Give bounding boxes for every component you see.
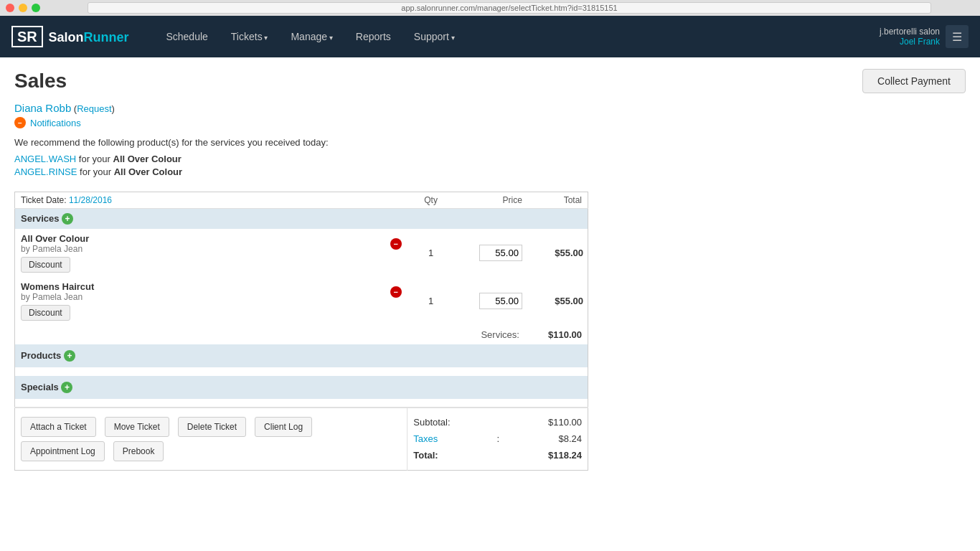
rec-service-1: All Over Colour <box>114 166 182 177</box>
taxes-row: Taxes : $8.24 <box>413 430 582 447</box>
specials-section-header: Specials + <box>15 376 588 399</box>
services-subtotal-value: $110.00 <box>525 325 588 344</box>
page-title-row: Sales Collect Payment <box>14 69 966 93</box>
client-name-link[interactable]: Diana Robb <box>14 102 71 114</box>
appointment-log-btn[interactable]: Appointment Log <box>21 441 105 461</box>
ticket-actions: Attach a Ticket Move Ticket Delete Ticke… <box>21 417 401 461</box>
specials-add-icon[interactable]: + <box>61 382 72 393</box>
products-add-icon[interactable]: + <box>64 350 75 362</box>
recommendation-item-0: ANGEL.WASH for your All Over Colour <box>14 154 966 164</box>
prebook-btn[interactable]: Prebook <box>113 441 164 461</box>
products-spacer <box>15 367 588 376</box>
nav-support[interactable]: Support <box>405 25 463 48</box>
nav-user: j.bertorelli salon Joel Frank <box>880 27 940 47</box>
delete-ticket-btn[interactable]: Delete Ticket <box>178 417 246 437</box>
nav-user-name: Joel Frank <box>880 37 940 47</box>
service-info-1: Womens Haircut by Pamela Jean <box>21 281 94 302</box>
client-request-link[interactable]: Request <box>77 103 111 114</box>
recommendation-item-1: ANGEL.RINSE for your All Over Colour <box>14 166 966 177</box>
subtotal-value: $110.00 <box>548 417 582 428</box>
notifications-row: − Notifications <box>14 117 966 128</box>
specials-spacer-row <box>15 399 588 408</box>
service-by-0: by Pamela Jean <box>21 244 89 254</box>
specials-label: Specials <box>21 382 59 392</box>
notifications-link[interactable]: Notifications <box>30 118 81 128</box>
service-total-1: $55.00 <box>525 277 588 325</box>
service-qty-0: 1 <box>407 229 455 277</box>
taxes-value: $8.24 <box>558 433 582 444</box>
nav-tickets[interactable]: Tickets <box>222 25 277 48</box>
client-log-btn[interactable]: Client Log <box>255 417 312 437</box>
services-header-cell: Services + <box>15 209 588 230</box>
service-qty-1: 1 <box>407 277 455 325</box>
nav-manage[interactable]: Manage <box>282 25 341 48</box>
service-info-0: All Over Colour by Pamela Jean <box>21 233 89 254</box>
service-price-input-0[interactable] <box>479 245 522 261</box>
service-name-cell-1: Womens Haircut by Pamela Jean − Discount <box>15 277 407 325</box>
os-bar: app.salonrunner.com/manager/selectTicket… <box>0 0 980 16</box>
col-total-header: Total <box>525 192 588 209</box>
address-bar[interactable]: app.salonrunner.com/manager/selectTicket… <box>88 2 931 14</box>
ticket-date-value[interactable]: 11/28/2016 <box>69 195 112 205</box>
os-minimize-btn[interactable] <box>19 4 27 12</box>
service-price-cell-1[interactable] <box>454 277 525 325</box>
service-discount-btn-1[interactable]: Discount <box>21 305 70 321</box>
service-row-1: Womens Haircut by Pamela Jean − Discount… <box>15 277 588 325</box>
bottom-row: Attach a Ticket Move Ticket Delete Ticke… <box>15 408 588 471</box>
col-qty-header: Qty <box>407 192 455 209</box>
service-row-0: All Over Colour by Pamela Jean − Discoun… <box>15 229 588 277</box>
client-row: Diana Robb (Request) <box>14 102 966 114</box>
ticket-date-cell: Ticket Date: 11/28/2016 <box>15 192 407 209</box>
notifications-icon: − <box>14 117 26 128</box>
ticket-actions-cell: Attach a Ticket Move Ticket Delete Ticke… <box>15 408 407 471</box>
total-row: Total: $118.24 <box>413 447 582 463</box>
nav-links: Schedule Tickets Manage Reports Support <box>157 25 880 48</box>
nav-reports[interactable]: Reports <box>347 25 400 48</box>
nav-bar: SR SalonRunner Schedule Tickets Manage R… <box>0 16 980 57</box>
taxes-link[interactable]: Taxes <box>413 433 438 444</box>
product-link-1[interactable]: ANGEL.RINSE <box>14 166 77 177</box>
service-name-0: All Over Colour <box>21 233 89 244</box>
ticket-table: Ticket Date: 11/28/2016 Qty Price Total … <box>14 192 588 471</box>
service-price-input-1[interactable] <box>479 293 522 309</box>
recommendation-intro: We recommend the following product(s) fo… <box>14 137 966 148</box>
col-price-header: Price <box>454 192 525 209</box>
service-name-cell-0: All Over Colour by Pamela Jean − Discoun… <box>15 229 407 277</box>
service-remove-icon-1[interactable]: − <box>390 286 402 298</box>
rec-for-1: for your <box>80 166 114 177</box>
total-label: Total: <box>413 450 438 461</box>
move-ticket-btn[interactable]: Move Ticket <box>105 417 169 437</box>
rec-service-0: All Over Colour <box>113 154 182 164</box>
logo[interactable]: SR SalonRunner <box>11 29 128 45</box>
services-section-header: Services + <box>15 209 588 230</box>
product-link-0[interactable]: ANGEL.WASH <box>14 154 76 164</box>
os-maximize-btn[interactable] <box>32 4 40 12</box>
totals-cell: Subtotal: $110.00 Taxes : $8.24 Total: $… <box>407 408 588 471</box>
ticket-date-label: Ticket Date: <box>21 195 67 205</box>
services-subtotal-label: Services: <box>15 325 525 344</box>
specials-spacer <box>15 399 588 408</box>
main-content: Sales Collect Payment Diana Robb (Reques… <box>0 57 980 482</box>
service-remove-icon-0[interactable]: − <box>390 238 402 250</box>
specials-header-cell: Specials + <box>15 376 588 399</box>
logo-sr: SR <box>11 26 43 47</box>
attach-ticket-btn[interactable]: Attach a Ticket <box>21 417 96 437</box>
os-close-btn[interactable] <box>6 4 14 12</box>
service-price-cell-0[interactable] <box>454 229 525 277</box>
nav-icon-button[interactable]: ☰ <box>946 25 969 48</box>
collect-payment-button[interactable]: Collect Payment <box>862 69 966 93</box>
services-add-icon[interactable]: + <box>62 213 73 225</box>
nav-user-salon: j.bertorelli salon <box>880 27 940 37</box>
products-spacer-row <box>15 367 588 376</box>
service-discount-btn-0[interactable]: Discount <box>21 257 70 273</box>
services-label: Services <box>21 213 60 224</box>
products-header-cell: Products + <box>15 344 588 367</box>
rec-for-0: for your <box>79 154 113 164</box>
logo-salonrunner: SalonRunner <box>48 30 128 44</box>
products-label: Products <box>21 350 61 361</box>
nav-schedule[interactable]: Schedule <box>157 25 216 48</box>
page-title: Sales <box>14 70 67 93</box>
service-name-1: Womens Haircut <box>21 281 94 292</box>
subtotal-row: Subtotal: $110.00 <box>413 414 582 430</box>
ticket-header-row: Ticket Date: 11/28/2016 Qty Price Total <box>15 192 588 209</box>
